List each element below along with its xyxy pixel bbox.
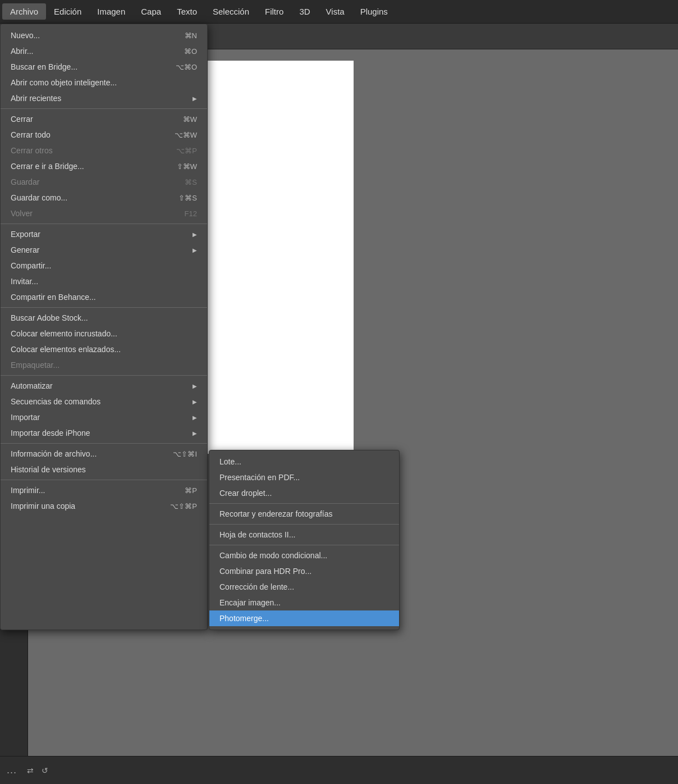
submenu-combinar-hdr[interactable]: Combinar para HDR Pro... — [209, 563, 399, 579]
menu-archivo[interactable]: Archivo — [2, 3, 46, 20]
status-bar: ... ⇄ ↺ — [0, 756, 678, 784]
divider-3 — [1, 307, 207, 308]
submenu-encajar-imagen[interactable]: Encajar imagen... — [209, 595, 399, 610]
submenu-divider-2 — [209, 524, 399, 525]
menu-cerrar[interactable]: Cerrar ⌘W — [1, 111, 207, 127]
menu-guardar-como[interactable]: Guardar como... ⇧⌘S — [1, 190, 207, 206]
submenu-photomerge[interactable]: Photomerge... — [209, 610, 399, 626]
archivo-menu-panel: Nuevo... ⌘N Abrir... ⌘O Buscar en Bridge… — [0, 24, 208, 630]
menu-buscar-stock[interactable]: Buscar Adobe Stock... — [1, 310, 207, 326]
menu-colocar-incrustado[interactable]: Colocar elemento incrustado... — [1, 326, 207, 341]
archivo-dropdown: Nuevo... ⌘N Abrir... ⌘O Buscar en Bridge… — [0, 24, 400, 630]
menu-vista[interactable]: Vista — [318, 3, 352, 20]
menu-importar-iphone[interactable]: Importar desde iPhone — [1, 425, 207, 441]
menu-nuevo[interactable]: Nuevo... ⌘N — [1, 28, 207, 43]
menu-historial-versiones[interactable]: Historial de versiones — [1, 462, 207, 477]
menu-plugins[interactable]: Plugins — [352, 3, 396, 20]
menu-informacion-archivo[interactable]: Información de archivo... ⌥⇧⌘I — [1, 446, 207, 462]
menu-cerrar-todo[interactable]: Cerrar todo ⌥⌘W — [1, 127, 207, 143]
menu-buscar-bridge[interactable]: Buscar en Bridge... ⌥⌘O — [1, 59, 207, 75]
submenu-correccion-lente[interactable]: Corrección de lente... — [209, 579, 399, 595]
menu-empaquetar: Empaquetar... — [1, 357, 207, 373]
menu-guardar: Guardar ⌘S — [1, 174, 207, 190]
submenu-divider-1 — [209, 503, 399, 504]
menu-generar[interactable]: Generar — [1, 242, 207, 258]
submenu-lote[interactable]: Lote... — [209, 454, 399, 470]
divider-4 — [1, 375, 207, 376]
menu-3d[interactable]: 3D — [291, 3, 318, 20]
menu-abrir[interactable]: Abrir... ⌘O — [1, 43, 207, 59]
rotate-icon[interactable]: ↺ — [39, 765, 51, 776]
menu-colocar-enlazados[interactable]: Colocar elementos enlazados... — [1, 341, 207, 357]
divider-6 — [1, 480, 207, 480]
menu-compartir[interactable]: Compartir... — [1, 258, 207, 274]
automatizar-submenu-panel: Lote... Presentación en PDF... Crear dro… — [209, 450, 400, 630]
menu-edicion[interactable]: Edición — [46, 3, 89, 20]
menu-importar[interactable]: Importar — [1, 409, 207, 425]
menu-cerrar-bridge[interactable]: Cerrar e ir a Bridge... ⇧⌘W — [1, 158, 207, 174]
submenu-presentacion-pdf[interactable]: Presentación en PDF... — [209, 470, 399, 485]
menu-imprimir-copia[interactable]: Imprimir una copia ⌥⇧⌘P — [1, 498, 207, 514]
menu-capa[interactable]: Capa — [133, 3, 169, 20]
submenu-divider-3 — [209, 545, 399, 545]
menu-automatizar[interactable]: Automatizar — [1, 378, 207, 394]
menu-volver: Volver F12 — [1, 206, 207, 221]
submenu-cambio-modo[interactable]: Cambio de modo condicional... — [209, 548, 399, 563]
menu-imagen[interactable]: Imagen — [89, 3, 133, 20]
menu-abrir-objeto-inteligente[interactable]: Abrir como objeto inteligente... — [1, 75, 207, 90]
divider-2 — [1, 224, 207, 224]
menu-texto[interactable]: Texto — [169, 3, 205, 20]
swap-icon[interactable]: ⇄ — [25, 765, 36, 776]
menu-secuencias[interactable]: Secuencias de comandos — [1, 394, 207, 409]
menubar: Archivo Edición Imagen Capa Texto Selecc… — [0, 0, 678, 24]
menu-invitar[interactable]: Invitar... — [1, 274, 207, 289]
menu-seleccion[interactable]: Selección — [205, 3, 257, 20]
menu-filtro[interactable]: Filtro — [257, 3, 291, 20]
submenu-hoja-contactos[interactable]: Hoja de contactos II... — [209, 527, 399, 543]
status-ellipsis[interactable]: ... — [7, 764, 17, 776]
menu-imprimir[interactable]: Imprimir... ⌘P — [1, 482, 207, 498]
menu-compartir-behance[interactable]: Compartir en Behance... — [1, 289, 207, 305]
menu-exportar[interactable]: Exportar — [1, 226, 207, 242]
menu-cerrar-otros: Cerrar otros ⌥⌘P — [1, 143, 207, 158]
divider-5 — [1, 443, 207, 444]
divider-1 — [1, 108, 207, 109]
submenu-crear-droplet[interactable]: Crear droplet... — [209, 485, 399, 501]
submenu-recortar-enderezar[interactable]: Recortar y enderezar fotografías — [209, 506, 399, 522]
menu-abrir-recientes[interactable]: Abrir recientes — [1, 90, 207, 106]
